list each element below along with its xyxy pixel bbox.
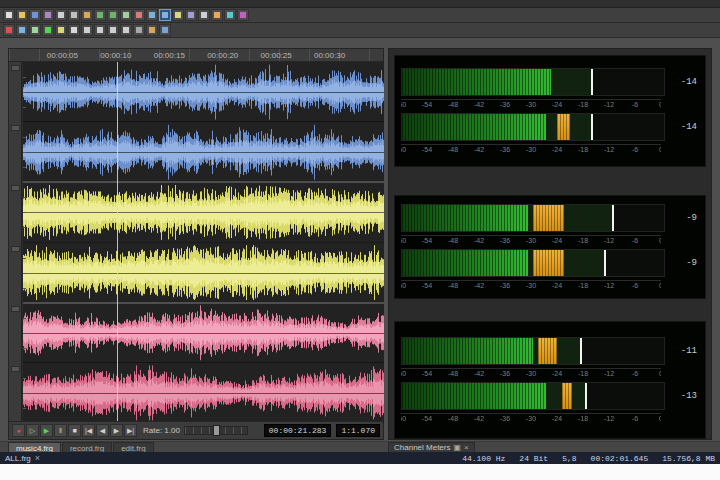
publish-icon[interactable]	[42, 9, 54, 21]
transport-bar: ●▷▶‖■|◀◀▶▶| Rate: 1.00 00:00:21.283 1:1.…	[9, 421, 383, 439]
meter-group: -9-60-54-48-42-36-30-24-18-12-60-9-60-54…	[394, 195, 706, 299]
auto-ripple-icon[interactable]	[146, 24, 158, 36]
envelope-tool-icon[interactable]	[185, 9, 197, 21]
scale-label: -6	[632, 370, 638, 377]
go-to-end-icon[interactable]	[120, 24, 132, 36]
crossfade-toggle-icon[interactable]	[159, 24, 171, 36]
loop-playback-icon[interactable]	[16, 24, 28, 36]
trim-glyph	[136, 12, 142, 18]
scale-label: -60	[401, 101, 406, 108]
track-control-button[interactable]	[11, 366, 20, 372]
scale-label: -24	[552, 282, 562, 289]
rate-slider-handle[interactable]	[213, 425, 220, 436]
scale-label: -54	[422, 370, 432, 377]
scale-label: -6	[632, 146, 638, 153]
pause-icon[interactable]	[55, 24, 67, 36]
play-glyph: ▶	[44, 427, 49, 434]
save-file-icon[interactable]	[29, 9, 41, 21]
copy-icon[interactable]	[68, 9, 80, 21]
waveform-canvas[interactable]	[23, 62, 384, 423]
scale-label: -60	[401, 415, 406, 422]
go-to-end-button[interactable]: ▶|	[124, 424, 137, 437]
play-icon[interactable]	[42, 24, 54, 36]
scale-label: -36	[500, 282, 510, 289]
paste-icon[interactable]	[81, 9, 93, 21]
track-control-button[interactable]	[11, 246, 20, 252]
go-to-start-button[interactable]: |◀	[82, 424, 95, 437]
pause-button[interactable]: ‖	[54, 424, 67, 437]
fast-forward-icon[interactable]	[107, 24, 119, 36]
track-control-button[interactable]	[11, 185, 20, 191]
scale-label: -30	[526, 370, 536, 377]
meter-channel: -9	[401, 249, 699, 277]
track-gutter	[9, 62, 22, 421]
scale-label: -12	[604, 101, 614, 108]
cut-icon[interactable]	[55, 9, 67, 21]
meter-bar	[401, 249, 665, 277]
zoom-tool-icon[interactable]	[198, 9, 210, 21]
open-file-icon[interactable]	[16, 9, 28, 21]
rate-slider[interactable]	[184, 426, 248, 435]
undo-icon[interactable]	[94, 9, 106, 21]
app-window: 00:00:0500:00:1000:00:1500:00:2000:00:25…	[0, 0, 720, 480]
meter-scale: -60-54-48-42-36-30-24-18-12-60	[401, 413, 661, 424]
meter-bar	[401, 68, 665, 96]
scale-label: -48	[448, 282, 458, 289]
fast-forward-button[interactable]: ▶	[110, 424, 123, 437]
new-file-icon[interactable]	[3, 9, 15, 21]
timeline-ruler[interactable]: 00:00:0500:00:1000:00:1500:00:2000:00:25…	[9, 49, 383, 62]
rewind-icon[interactable]	[94, 24, 106, 36]
scale-label: -12	[604, 237, 614, 244]
go-to-start-icon[interactable]	[81, 24, 93, 36]
status-value: 15.756,8 MB	[662, 454, 715, 463]
meter-fill	[402, 338, 533, 364]
mix-icon[interactable]	[146, 9, 158, 21]
spectrum-view-icon[interactable]	[237, 9, 249, 21]
meter-group: -14-60-54-48-42-36-30-24-18-12-60-14-60-…	[394, 55, 706, 167]
crossfade-toggle-glyph	[162, 27, 168, 33]
scale-label: -18	[578, 370, 588, 377]
stop-icon[interactable]	[68, 24, 80, 36]
workspace-close-icon[interactable]: ×	[35, 454, 40, 463]
record-button[interactable]: ●	[12, 424, 25, 437]
scale-label: -54	[422, 282, 432, 289]
rewind-glyph	[97, 27, 103, 33]
track-control-button[interactable]	[11, 65, 20, 71]
pin-icon[interactable]: ▣	[453, 444, 461, 452]
scale-label: -30	[526, 146, 536, 153]
pause-glyph: ‖	[59, 427, 62, 434]
track-control-button[interactable]	[11, 125, 20, 131]
status-value: 24 Bit	[519, 454, 548, 463]
peak-hold-line	[585, 383, 587, 409]
scale-label: -42	[474, 146, 484, 153]
close-icon[interactable]: ×	[464, 444, 469, 452]
play-all-icon[interactable]	[29, 24, 41, 36]
play-all-button[interactable]: ▷	[26, 424, 39, 437]
scale-label: -54	[422, 146, 432, 153]
record-icon[interactable]	[3, 24, 15, 36]
snap-toggle-icon[interactable]	[133, 24, 145, 36]
trim-icon[interactable]	[133, 9, 145, 21]
meter-fill	[402, 383, 546, 409]
redo-icon[interactable]	[107, 9, 119, 21]
scale-label: -30	[526, 101, 536, 108]
go-to-end-glyph: ▶|	[127, 427, 134, 434]
pencil-tool-icon[interactable]	[172, 9, 184, 21]
snap-toggle-glyph	[136, 27, 142, 33]
event-tool-icon[interactable]	[159, 9, 171, 21]
open-file-glyph	[19, 12, 25, 18]
repeat-icon[interactable]	[120, 9, 132, 21]
track-control-button[interactable]	[11, 306, 20, 312]
stop-button[interactable]: ■	[68, 424, 81, 437]
rewind-button[interactable]: ◀	[96, 424, 109, 437]
scale-label: -30	[526, 415, 536, 422]
marker-tool-icon[interactable]	[211, 9, 223, 21]
playhead[interactable]	[117, 62, 118, 421]
meter-channel: -11	[401, 337, 699, 365]
play-button[interactable]: ▶	[40, 424, 53, 437]
region-tool-icon[interactable]	[224, 9, 236, 21]
scale-label: -48	[448, 415, 458, 422]
workspace-tab-label[interactable]: ALL.frg	[5, 454, 31, 463]
scale-label: -42	[474, 237, 484, 244]
scale-label: 0	[659, 237, 661, 244]
